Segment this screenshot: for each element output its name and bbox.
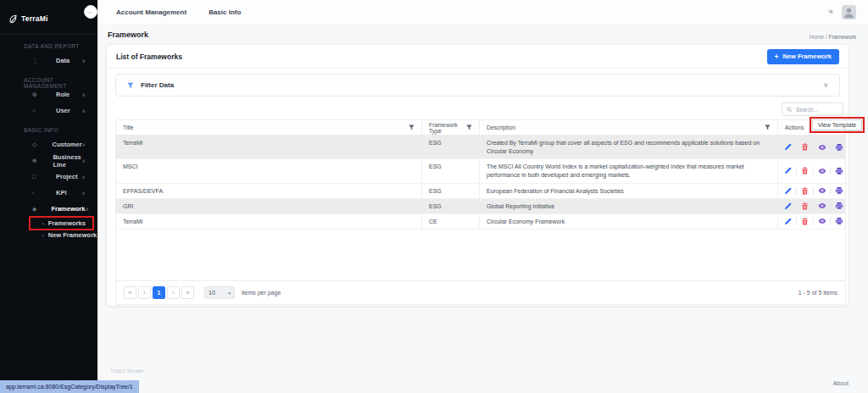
filter-funnel-icon[interactable] xyxy=(409,125,415,130)
search-input[interactable] xyxy=(796,107,838,113)
divider xyxy=(813,143,814,151)
chevron-icon: ∨ xyxy=(82,190,86,196)
sidebar: TerraMi DATA AND REPORT ⋮ Data ∨ ACCOUNT… xyxy=(0,0,97,393)
cell-actions xyxy=(777,136,845,158)
table-row[interactable]: TerraMi ESG Created By TerraMi group tha… xyxy=(116,136,845,159)
page-size-value: 10 xyxy=(209,290,215,296)
chevron-icon: ∨ xyxy=(82,108,86,113)
chevron-icon: ∨ xyxy=(82,58,86,64)
menu-item-account-management[interactable]: Account Management xyxy=(116,8,186,16)
column-header-framework-type[interactable]: Framework Type xyxy=(421,120,479,135)
sidebar-collapse-button[interactable]: ← xyxy=(84,5,97,19)
grid-search[interactable] xyxy=(782,102,843,116)
cell-description: Created By TerraMi group that cover all … xyxy=(479,136,777,158)
filter-funnel-icon[interactable] xyxy=(466,125,472,130)
view-template-icon[interactable] xyxy=(817,217,826,226)
print-icon[interactable] xyxy=(834,217,843,226)
theme-toggle-icon[interactable]: ☀ xyxy=(827,8,834,16)
chevron-icon: ∨ xyxy=(82,141,86,147)
pager-last-button[interactable]: » xyxy=(181,286,194,299)
sidebar-item-customer[interactable]: ◇ Customer ∨ xyxy=(0,136,97,152)
divider xyxy=(796,202,797,210)
sidebar-item-business-line[interactable]: ⊕ Business Line ∨ xyxy=(0,152,97,169)
delete-icon[interactable] xyxy=(800,166,810,175)
delete-icon[interactable] xyxy=(800,186,810,196)
divider xyxy=(830,187,831,195)
pager-next-button[interactable]: › xyxy=(167,286,180,299)
cell-description: The MSCI All Country World Index is a ma… xyxy=(479,159,777,182)
plus-icon: + xyxy=(775,53,779,61)
print-icon[interactable] xyxy=(834,166,843,175)
table-row[interactable]: TerraMi CE Circular Economy Framework xyxy=(116,214,845,230)
table-row[interactable]: MSCI ESG The MSCI All Country World Inde… xyxy=(116,159,845,183)
pager-first-button[interactable]: « xyxy=(124,286,136,299)
cell-description: Global Reporting Initiative xyxy=(479,199,777,213)
topbar: Account Management Basic Info ☀ xyxy=(97,0,868,24)
card-title: List of Frameworks xyxy=(116,53,182,61)
view-template-icon[interactable] xyxy=(817,202,826,211)
view-template-icon[interactable] xyxy=(817,186,826,196)
delete-icon[interactable] xyxy=(800,202,810,211)
sidebar-item-user[interactable]: ○ User ∨ xyxy=(0,102,97,119)
menu-item-basic-info[interactable]: Basic Info xyxy=(209,8,241,16)
divider xyxy=(796,167,797,174)
table-row[interactable]: EFFAS/DEVFA ESG European Federation of F… xyxy=(116,184,845,199)
user-avatar[interactable] xyxy=(842,5,856,19)
app-window: TerraMi DATA AND REPORT ⋮ Data ∨ ACCOUNT… xyxy=(0,0,868,393)
sidebar-item-frameworks[interactable]: • Frameworks xyxy=(31,218,92,229)
status-bar-link-preview: app.terrami.ca:8080/EsgCategory/DisplayT… xyxy=(0,380,139,393)
sidebar-item-framework[interactable]: ◈ Framework ∧ xyxy=(0,201,97,217)
chevron-icon: ∧ xyxy=(85,206,88,212)
page-size-select[interactable]: 10 ▾ xyxy=(204,286,235,299)
grid-rows: TerraMi ESG Created By TerraMi group tha… xyxy=(116,136,845,280)
new-framework-button[interactable]: + New Framework xyxy=(767,49,840,64)
breadcrumb-home[interactable]: Home xyxy=(810,34,824,40)
pager-page-1-button[interactable]: 1 xyxy=(153,286,165,299)
delete-icon[interactable] xyxy=(800,217,810,226)
column-header-description[interactable]: Description xyxy=(479,120,777,135)
sidebar-divider xyxy=(0,34,97,35)
frameworks-card: List of Frameworks + New Framework Filte… xyxy=(106,44,849,307)
edit-icon[interactable] xyxy=(783,142,793,152)
sidebar-section-label: BASIC INFO xyxy=(0,127,97,136)
grid-body: Title Framework Type Description Actions… xyxy=(116,120,845,280)
column-header-title[interactable]: Title xyxy=(116,120,421,135)
pager-prev-button[interactable]: ‹ xyxy=(138,286,151,299)
sidebar-item-project[interactable]: □ Project ∨ xyxy=(0,169,97,185)
search-icon xyxy=(787,107,793,113)
cell-actions xyxy=(777,184,845,198)
framework-icon: ◈ xyxy=(32,206,36,213)
filter-data-panel[interactable]: Filter Data ∨ xyxy=(115,74,840,97)
items-per-page-label: items per page xyxy=(242,290,281,296)
sidebar-item-kpi[interactable]: ◦ KPI ∨ xyxy=(0,185,97,201)
business-line-icon: ⊕ xyxy=(32,158,38,164)
sidebar-item-new-framework[interactable]: • New Framework xyxy=(31,230,103,241)
card-header: List of Frameworks + New Framework xyxy=(107,45,849,69)
chevron-down-icon[interactable]: ∨ xyxy=(823,81,828,89)
edit-icon[interactable] xyxy=(783,166,793,175)
edit-icon[interactable] xyxy=(783,186,793,196)
delete-icon[interactable] xyxy=(800,142,810,152)
print-icon[interactable] xyxy=(834,202,843,211)
filter-icon xyxy=(127,82,134,89)
customer-icon: ◇ xyxy=(32,141,38,148)
sidebar-item-data[interactable]: ⋮ Data ∨ xyxy=(0,53,97,69)
print-icon[interactable] xyxy=(834,142,843,152)
edit-icon[interactable] xyxy=(783,217,793,226)
table-row[interactable]: GRI ESG Global Reporting Initiative xyxy=(116,199,845,214)
view-template-icon[interactable] xyxy=(817,142,826,152)
edit-icon[interactable] xyxy=(783,202,793,211)
cell-actions xyxy=(777,199,845,213)
cell-actions xyxy=(777,159,845,182)
about-link[interactable]: About xyxy=(833,380,849,386)
cell-framework-type: ESG xyxy=(421,199,479,213)
sidebar-section: ACCOUNT MANAGEMENT ⊚ Role ∨ ○ User ∨ xyxy=(0,77,97,119)
breadcrumb: Home / Framework xyxy=(810,34,856,40)
sidebar-section-items: ◇ Customer ∨ ⊕ Business Line ∨ □ Project… xyxy=(0,136,97,241)
chevron-icon: ∨ xyxy=(82,158,86,163)
filter-funnel-icon[interactable] xyxy=(765,125,771,130)
view-template-icon[interactable] xyxy=(817,166,826,175)
role-icon: ⊚ xyxy=(32,91,42,98)
divider xyxy=(796,187,797,195)
print-icon[interactable] xyxy=(834,186,843,196)
